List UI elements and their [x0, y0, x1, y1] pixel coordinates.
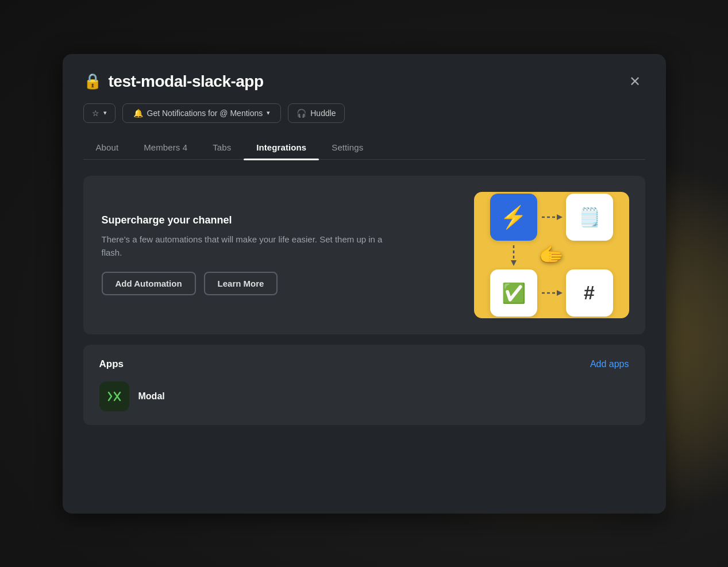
tab-settings[interactable]: Settings [319, 137, 376, 159]
illus-hash-box: # [566, 269, 613, 317]
checkmark-icon: ✅ [502, 281, 526, 304]
modal-title-row: 🔒 test-modal-slack-app [83, 72, 264, 91]
headphones-icon: 🎧 [296, 109, 306, 118]
huddle-label: Huddle [310, 109, 336, 118]
modal-logo-svg [106, 388, 123, 405]
toolbar: ☆ ▾ 🔔 Get Notifications for @ Mentions ▾… [83, 103, 645, 123]
main-modal: 🔒 test-modal-slack-app ✕ ☆ ▾ 🔔 Get Notif… [63, 54, 666, 514]
bell-icon: 🔔 [133, 109, 143, 118]
tab-members[interactable]: Members 4 [131, 137, 200, 159]
automation-desc: There's a few automations that will make… [102, 233, 400, 259]
automation-text: Supercharge your channel There's a few a… [102, 214, 460, 295]
add-apps-button[interactable]: Add apps [590, 359, 629, 369]
app-item: Modal [99, 381, 629, 411]
content-area: Supercharge your channel There's a few a… [83, 176, 645, 425]
automation-card: Supercharge your channel There's a few a… [83, 176, 645, 334]
modal-header: 🔒 test-modal-slack-app ✕ [83, 72, 645, 91]
star-icon: ☆ [92, 109, 99, 118]
text-icon: 🗒️ [578, 206, 601, 228]
apps-header: Apps Add apps [99, 358, 629, 370]
notifications-chevron-icon: ▾ [267, 109, 270, 117]
modal-app-icon [99, 381, 129, 411]
illus-check-box: ✅ [490, 269, 537, 317]
svg-marker-3 [511, 260, 517, 266]
learn-more-button[interactable]: Learn More [204, 272, 278, 295]
notifications-button[interactable]: 🔔 Get Notifications for @ Mentions ▾ [122, 103, 282, 123]
notifications-label: Get Notifications for @ Mentions [147, 109, 263, 118]
illus-arrow-top [541, 213, 563, 222]
svg-marker-5 [557, 290, 563, 296]
apps-title: Apps [99, 358, 124, 370]
huddle-button[interactable]: 🎧 Huddle [288, 103, 344, 123]
apps-card: Apps Add apps Modal [83, 345, 645, 425]
automation-illustration: ⚡ 🗒️ [474, 192, 629, 318]
nav-tabs: About Members 4 Tabs Integrations Settin… [83, 137, 645, 160]
automation-title: Supercharge your channel [102, 214, 460, 226]
add-automation-button[interactable]: Add Automation [102, 272, 196, 295]
automation-actions: Add Automation Learn More [102, 272, 460, 295]
hash-icon: # [584, 281, 595, 304]
tab-integrations[interactable]: Integrations [244, 137, 319, 159]
star-dropdown-button[interactable]: ☆ ▾ [83, 103, 115, 123]
illus-lightning-box: ⚡ [490, 194, 537, 241]
chevron-icon: ▾ [103, 109, 107, 117]
tab-about[interactable]: About [83, 137, 132, 159]
lock-icon: 🔒 [83, 72, 102, 90]
tab-tabs[interactable]: Tabs [200, 137, 244, 159]
modal-title: test-modal-slack-app [109, 72, 264, 91]
illus-text-box: 🗒️ [566, 194, 613, 241]
modal-app-name: Modal [138, 391, 165, 402]
cursor-hand-icon: 🫱 [538, 243, 564, 267]
svg-marker-1 [557, 214, 563, 220]
lightning-icon: ⚡ [500, 205, 527, 230]
close-button[interactable]: ✕ [625, 72, 645, 91]
illus-arrow-bottom [541, 288, 563, 298]
